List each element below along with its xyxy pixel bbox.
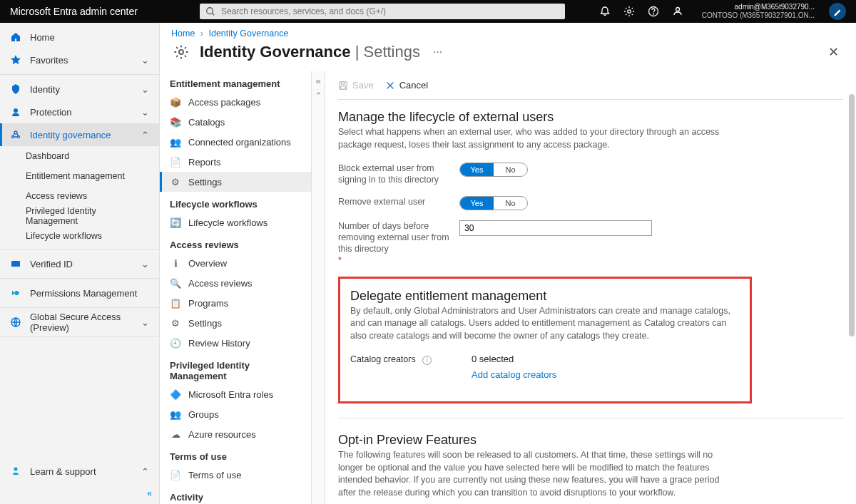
block-label: Block external user from signing in to t…: [338, 163, 452, 186]
user-avatar[interactable]: [829, 3, 846, 20]
verified-id-icon: [10, 258, 21, 269]
secnav-entra-roles[interactable]: 🔷Microsoft Entra roles: [160, 384, 311, 404]
svg-point-0: [207, 8, 213, 14]
role-icon: 🔷: [170, 389, 181, 400]
cancel-button[interactable]: Cancel: [385, 80, 428, 91]
collapse-icon: «: [315, 76, 320, 86]
search-input[interactable]: [220, 6, 559, 17]
secnav-review-history[interactable]: 🕘Review History: [160, 333, 311, 353]
nav-ig-pim[interactable]: Privileged Identity Management: [0, 206, 159, 226]
governance-icon: [10, 129, 21, 140]
secnav-access-packages[interactable]: 📦Access packages: [160, 92, 311, 112]
chevron-up-icon: ⌃: [315, 91, 322, 101]
breadcrumb-current[interactable]: Identity Governance: [208, 29, 288, 38]
block-toggle[interactable]: Yes No: [459, 163, 528, 177]
secnav-head-lifecycle: Lifecycle workflows: [160, 192, 311, 212]
primary-sidebar: Home Favorites ⌄ Identity ⌄ Protection ⌄…: [0, 23, 160, 504]
user-tenant: CONTOSO (M365T90327901.ON...: [702, 11, 815, 20]
chevron-down-icon: ⌄: [141, 55, 149, 66]
breadcrumb-home[interactable]: Home: [171, 29, 195, 38]
identity-icon: [10, 83, 21, 95]
nav-ig-entitlement[interactable]: Entitlement management: [0, 166, 159, 186]
nav-ig-dashboard[interactable]: Dashboard: [0, 146, 159, 166]
help-icon[interactable]: [643, 1, 663, 21]
secnav-overview[interactable]: ℹOverview: [160, 253, 311, 273]
secnav-settings[interactable]: ⚙Settings: [160, 172, 311, 192]
review-icon: 🔍: [170, 277, 181, 289]
chevron-down-icon: ⌄: [141, 317, 149, 328]
group-icon: 👥: [170, 408, 181, 420]
global-search[interactable]: [200, 4, 565, 19]
svg-point-6: [14, 108, 18, 113]
save-button[interactable]: Save: [338, 80, 374, 91]
notifications-icon[interactable]: [595, 1, 615, 21]
history-icon: 🕘: [170, 337, 181, 349]
chevron-down-icon: ⌄: [141, 259, 149, 269]
delegate-section: Delegate entitlement management By defau…: [338, 277, 752, 404]
nav-home[interactable]: Home: [0, 26, 159, 48]
secnav-azure-resources[interactable]: ☁Azure resources: [160, 424, 311, 444]
more-button[interactable]: ···: [433, 46, 442, 58]
secnav-connected-orgs[interactable]: 👥Connected organizations: [160, 132, 311, 152]
nav-learn-support[interactable]: Learn & support ⌃: [0, 460, 159, 483]
svg-point-12: [14, 468, 18, 471]
preview-title: Opt-in Preview Features: [338, 433, 843, 448]
chevron-down-icon: ⌄: [141, 84, 149, 95]
nav-ig-access-reviews[interactable]: Access reviews: [0, 186, 159, 206]
ext-desc: Select what happens when an external use…: [338, 126, 738, 151]
gear-icon: ⚙: [170, 176, 181, 187]
user-info[interactable]: admin@M365t9032790... CONTOSO (M365T9032…: [702, 3, 815, 20]
secnav-groups[interactable]: 👥Groups: [160, 404, 311, 424]
secnav-reviews-settings[interactable]: ⚙Settings: [160, 313, 311, 333]
settings-icon[interactable]: [619, 1, 639, 21]
secnav-lifecycle[interactable]: 🔄Lifecycle workflows: [160, 212, 311, 232]
search-icon: [205, 6, 215, 16]
nav-gsa[interactable]: Global Secure Access (Preview) ⌄: [0, 311, 159, 334]
secnav-catalogs[interactable]: 📚Catalogs: [160, 112, 311, 132]
svg-point-13: [179, 50, 183, 54]
scrollbar-thumb[interactable]: [849, 94, 855, 336]
svg-line-1: [213, 14, 215, 16]
nav-verified-id[interactable]: Verified ID ⌄: [0, 252, 159, 275]
report-icon: 📄: [170, 156, 181, 168]
doc-icon: 📄: [170, 469, 181, 480]
info-icon: ℹ: [170, 257, 181, 269]
secnav-head-tou: Terms of use: [160, 444, 311, 465]
toolbar: Save Cancel: [338, 71, 843, 100]
page-title: Identity Governance | Settings: [200, 43, 420, 61]
nav-protection[interactable]: Protection ⌄: [0, 101, 159, 123]
days-input[interactable]: [459, 220, 652, 236]
secnav-reports[interactable]: 📄Reports: [160, 152, 311, 172]
gear-icon: ⚙: [170, 317, 181, 329]
secnav-head-entitlement: Entitlement management: [160, 71, 311, 92]
lifecycle-icon: 🔄: [170, 217, 181, 228]
chevron-up-icon: ⌃: [141, 466, 149, 477]
nav-favorites[interactable]: Favorites ⌄: [0, 48, 159, 71]
settings-pane: Save Cancel Manage the lifecycle of exte…: [325, 71, 856, 504]
close-icon: [385, 81, 395, 91]
scrollbar[interactable]: [849, 66, 855, 504]
secnav-programs[interactable]: 📋Programs: [160, 293, 311, 313]
divider: [338, 418, 843, 418]
nav-identity-governance[interactable]: Identity governance ⌃: [0, 123, 159, 146]
globe-icon: [10, 317, 21, 328]
remove-toggle[interactable]: Yes No: [459, 196, 528, 210]
nav-permissions[interactable]: Permissions Management: [0, 282, 159, 304]
nav-ig-lifecycle[interactable]: Lifecycle workflows: [0, 226, 159, 246]
secnav-access-reviews[interactable]: 🔍Access reviews: [160, 273, 311, 293]
nav-identity[interactable]: Identity ⌄: [0, 78, 159, 101]
feedback-icon[interactable]: [668, 1, 688, 21]
info-icon[interactable]: i: [422, 356, 432, 365]
creators-value: 0 selected: [472, 354, 514, 364]
org-icon: 👥: [170, 136, 181, 148]
svg-point-7: [14, 131, 17, 134]
home-icon: [10, 31, 21, 43]
add-catalog-creators-link[interactable]: Add catalog creators: [472, 369, 556, 380]
secnav-collapse[interactable]: « ⌃: [311, 71, 325, 504]
secnav-tou[interactable]: 📄Terms of use: [160, 465, 311, 485]
sidebar-collapse-button[interactable]: «: [147, 488, 152, 498]
close-button[interactable]: ✕: [822, 41, 845, 63]
svg-rect-10: [11, 261, 20, 267]
catalog-icon: 📚: [170, 116, 181, 128]
azure-icon: ☁: [170, 428, 181, 440]
